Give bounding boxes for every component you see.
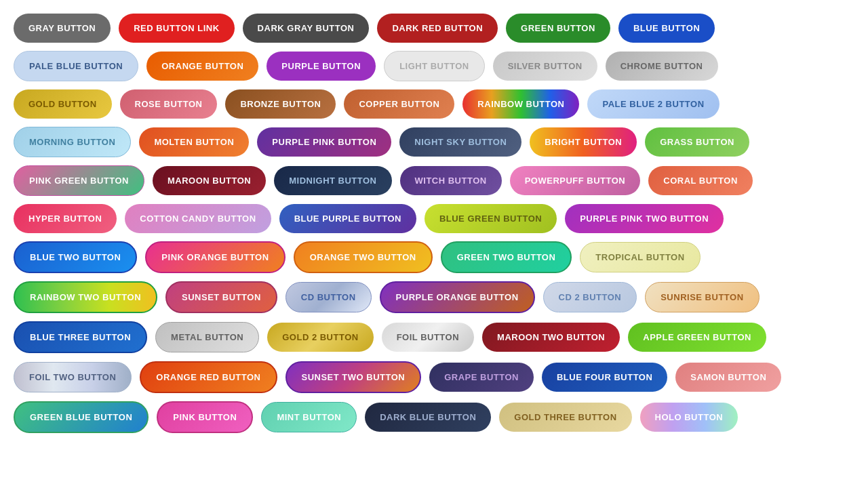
maroon-button[interactable]: MAROON BUTTON (153, 166, 266, 195)
copper-button[interactable]: COPPER BUTTON (344, 89, 454, 119)
pale-blue2-button[interactable]: PALE BLUE 2 BUTTON (587, 89, 719, 119)
coral-button[interactable]: CORAL BUTTON (648, 166, 753, 195)
red-button-link[interactable]: RED BUTTON LINK (119, 14, 234, 43)
green-blue-button[interactable]: GREEN BLUE BUTTON (14, 401, 149, 433)
pale-blue-button[interactable]: PALE BLUE BUTTON (14, 51, 138, 81)
pink-green-button[interactable]: PINK GREEN BUTTON (14, 165, 144, 196)
button-grid: GRAY BUTTONRED BUTTON LINKDARK GRAY BUTT… (14, 14, 854, 433)
button-row-1: PALE BLUE BUTTONORANGE BUTTONPURPLE BUTT… (14, 51, 854, 81)
holo-button[interactable]: HOLO BUTTON (640, 403, 738, 432)
button-row-6: BLUE TWO BUTTONPINK ORANGE BUTTONORANGE … (14, 241, 854, 273)
gray-button[interactable]: GRAY BUTTON (14, 14, 111, 43)
bright-button[interactable]: BRIGHT BUTTON (530, 127, 637, 157)
green-button[interactable]: GREEN BUTTON (506, 14, 610, 43)
blue-two-button[interactable]: BLUE TWO BUTTON (14, 241, 137, 273)
orange-red-button[interactable]: ORANGE RED BUTTON (140, 361, 277, 393)
foil-button[interactable]: FOIL BUTTON (382, 323, 474, 352)
sunrise-button[interactable]: SUNRISE BUTTON (645, 282, 759, 312)
purple-pink-button[interactable]: PURPLE PINK BUTTON (257, 127, 391, 157)
night-sky-button[interactable]: NIGHT SKY BUTTON (399, 127, 521, 157)
button-row-0: GRAY BUTTONRED BUTTON LINKDARK GRAY BUTT… (14, 14, 854, 43)
morning-button[interactable]: MORNING BUTTON (14, 127, 131, 157)
gold-button[interactable]: GOLD BUTTON (14, 89, 112, 119)
pink-orange-button[interactable]: PINK ORANGE BUTTON (145, 241, 285, 273)
cd2-button[interactable]: CD 2 BUTTON (543, 282, 637, 312)
gold2-button[interactable]: GOLD 2 BUTTON (267, 323, 373, 352)
button-row-9: FOIL TWO BUTTONORANGE RED BUTTONSUNSET T… (14, 361, 854, 393)
blue-purple-button[interactable]: BLUE PURPLE BUTTON (279, 204, 416, 233)
bronze-button[interactable]: BRONZE BUTTON (225, 89, 336, 119)
foil-two-button[interactable]: FOIL TWO BUTTON (14, 362, 132, 392)
metal-button[interactable]: METAL BUTTON (155, 322, 259, 352)
powerpuff-button[interactable]: POWERPUFF BUTTON (510, 166, 641, 195)
blue-green-button[interactable]: BLUE GREEN BUTTON (425, 204, 557, 233)
pink-button[interactable]: PINK BUTTON (157, 401, 253, 433)
samon-button[interactable]: SAMON BUTTON (675, 363, 781, 392)
mint-button[interactable]: MINT BUTTON (261, 402, 357, 432)
cd-button[interactable]: CD BUTTON (285, 282, 372, 312)
hyper-button[interactable]: HYPER BUTTON (14, 204, 117, 233)
maroon-two-button[interactable]: MAROON TWO BUTTON (482, 323, 620, 352)
witch-button[interactable]: WITCH BUTTON (400, 166, 502, 195)
green-two-button[interactable]: GREEN TWO BUTTON (441, 241, 572, 273)
blue-three-button[interactable]: BLUE THREE BUTTON (14, 321, 147, 353)
dark-gray-button[interactable]: DARK GRAY BUTTON (243, 14, 370, 43)
sunset-two-button[interactable]: SUNSET TWO BUTTON (285, 361, 422, 393)
silver-button[interactable]: SILVER BUTTON (493, 52, 597, 81)
sunset-button[interactable]: SUNSET BUTTON (165, 281, 277, 313)
purple-orange-button[interactable]: PURPLE ORANGE BUTTON (380, 281, 535, 313)
blue-button[interactable]: BLUE BUTTON (618, 14, 715, 43)
rose-button[interactable]: ROSE BUTTON (120, 89, 218, 119)
button-row-2: GOLD BUTTONROSE BUTTONBRONZE BUTTONCOPPE… (14, 89, 854, 119)
grass-button[interactable]: GRASS BUTTON (645, 127, 749, 157)
purple-pink2-button[interactable]: PURPLE PINK TWO BUTTON (565, 204, 724, 233)
rainbow-two-button[interactable]: RAINBOW TWO BUTTON (14, 281, 157, 313)
molten-button[interactable]: MOLTEN BUTTON (139, 127, 249, 157)
tropical-button[interactable]: TROPICAL BUTTON (580, 242, 700, 272)
cotton-candy-button[interactable]: COTTON CANDY BUTTON (125, 204, 271, 233)
dark-red-button[interactable]: DARK RED BUTTON (377, 14, 498, 43)
light-button[interactable]: LIGHT BUTTON (384, 51, 485, 81)
rainbow-button[interactable]: RAINBOW BUTTON (462, 89, 579, 119)
button-row-4: PINK GREEN BUTTONMAROON BUTTONMIDNIGHT B… (14, 165, 854, 196)
midnight-button[interactable]: MIDNIGHT BUTTON (274, 166, 391, 195)
purple-button[interactable]: PURPLE BUTTON (267, 52, 376, 81)
apple-green-button[interactable]: APPLE GREEN BUTTON (628, 323, 766, 352)
gold-three-button[interactable]: GOLD THREE BUTTON (499, 403, 631, 432)
orange-button[interactable]: ORANGE BUTTON (146, 52, 258, 81)
orange-two-button[interactable]: ORANGE TWO BUTTON (294, 241, 433, 273)
chrome-button[interactable]: CHROME BUTTON (606, 52, 718, 81)
grape-button[interactable]: GRAPE BUTTON (429, 363, 534, 392)
button-row-8: BLUE THREE BUTTONMETAL BUTTONGOLD 2 BUTT… (14, 321, 854, 353)
dark-blue-button[interactable]: DARK BLUE BUTTON (365, 403, 491, 432)
button-row-5: HYPER BUTTONCOTTON CANDY BUTTONBLUE PURP… (14, 204, 854, 233)
button-row-3: MORNING BUTTONMOLTEN BUTTONPURPLE PINK B… (14, 127, 854, 157)
button-row-10: GREEN BLUE BUTTONPINK BUTTONMINT BUTTOND… (14, 401, 854, 433)
button-row-7: RAINBOW TWO BUTTONSUNSET BUTTONCD BUTTON… (14, 281, 854, 313)
blue-four-button[interactable]: BLUE FOUR BUTTON (542, 363, 667, 392)
